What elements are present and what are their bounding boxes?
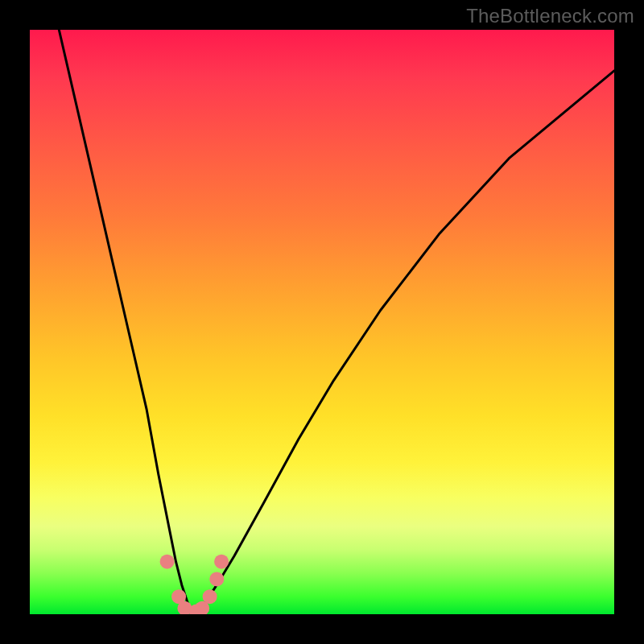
- bottleneck-curve: [30, 30, 614, 614]
- chart-frame: TheBottleneck.com: [0, 0, 644, 644]
- watermark-text: TheBottleneck.com: [466, 5, 634, 27]
- data-point-0: [160, 555, 175, 569]
- data-point-5: [203, 589, 217, 604]
- plot-area: [30, 30, 614, 614]
- curve-path: [59, 30, 614, 614]
- data-point-6: [209, 572, 224, 586]
- data-point-7: [214, 555, 229, 569]
